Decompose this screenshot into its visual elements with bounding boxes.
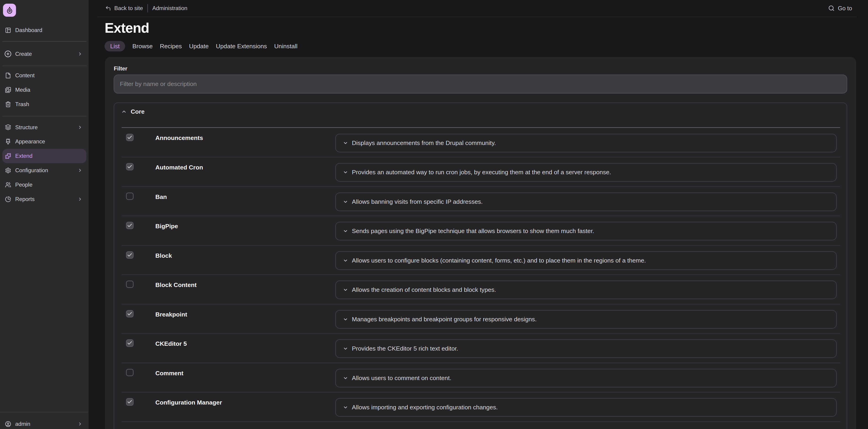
module-name: Block [155,252,172,259]
tab-browse[interactable]: Browse [132,41,153,52]
module-name: Automated Cron [155,164,203,171]
create-icon [4,50,11,57]
tab-update-extensions[interactable]: Update Extensions [216,41,267,52]
module-name: BigPipe [155,223,178,230]
sidebar-item-label: Media [15,87,30,93]
sidebar-item-trash[interactable]: Trash [2,97,87,112]
module-description-toggle[interactable]: Provides the CKEditor 5 rich text editor… [335,339,837,358]
breadcrumb-separator [147,4,148,12]
module-description-toggle[interactable]: Provides an automated way to run cron jo… [335,163,837,182]
module-description: Allows the creation of content blocks an… [352,286,496,294]
module-row: CommentAllows users to comment on conten… [122,363,840,393]
module-checkbox[interactable] [126,398,133,405]
back-arrow-icon [105,5,111,11]
module-row: BanAllows banning visits from specific I… [122,187,840,216]
sidebar-item-reports[interactable]: Reports [2,192,87,207]
chevron-down-icon [343,228,348,234]
sidebar-item-label: Content [15,72,35,79]
sidebar-item-label: Reports [15,196,35,203]
appearance-icon [5,139,11,145]
drupal-extend-page: DashboardCreateContentMediaTrashStructur… [0,0,868,429]
drupal-logo-icon [6,6,13,14]
module-description: Manages breakpoints and breakpoint group… [352,316,537,323]
module-description-toggle[interactable]: Allows banning visits from specific IP a… [335,192,837,211]
module-description-toggle[interactable]: Sends pages using the BigPipe technique … [335,222,837,240]
module-checkbox[interactable] [126,192,133,200]
user-icon [5,421,11,427]
goto-button[interactable]: Go to [828,0,852,17]
back-to-site-link[interactable]: Back to site [114,5,143,11]
modules-panel: Filter Core AnnouncementsDisplays announ… [105,57,856,429]
module-checkbox[interactable] [126,251,133,258]
module-description: Displays announcements from the Drupal c… [352,140,496,147]
goto-label: Go to [838,5,852,12]
configuration-icon [5,167,11,174]
chevron-down-icon [343,346,348,351]
sidebar-item-structure[interactable]: Structure [2,120,87,134]
module-name: CKEditor 5 [155,340,187,347]
module-description-toggle[interactable]: Allows users to comment on content. [335,369,837,388]
sidebar-item-content[interactable]: Content [2,68,87,83]
chevron-right-icon [78,422,83,427]
sidebar-item-label: Appearance [15,139,45,145]
module-description-toggle[interactable]: Allows the creation of content blocks an… [335,281,837,299]
tab-recipes[interactable]: Recipes [160,41,182,52]
module-name: Block Content [155,281,196,288]
extend-icon [5,153,11,159]
module-row: Block ContentAllows the creation of cont… [122,275,840,304]
module-checkbox[interactable] [126,339,133,347]
sidebar-nav: DashboardCreateContentMediaTrashStructur… [0,17,89,207]
core-section: Core AnnouncementsDisplays announcements… [114,102,847,429]
module-checkbox[interactable] [126,222,133,229]
sidebar-item-media[interactable]: Media [2,83,87,97]
sidebar-item-appearance[interactable]: Appearance [2,134,87,149]
sidebar-item-people[interactable]: People [2,178,87,192]
sidebar-footer-divider [0,412,89,412]
sidebar-item-dashboard[interactable]: Dashboard [2,23,87,37]
sidebar-item-label: Extend [15,153,32,159]
chevron-right-icon [78,52,83,57]
sidebar-item-label: People [15,182,32,188]
sidebar-item-admin[interactable]: admin [2,417,87,429]
tabs: ListBrowseRecipesUpdateUpdate Extensions… [104,41,297,52]
module-description: Provides an automated way to run cron jo… [352,169,611,176]
sidebar-item-extend[interactable]: Extend [2,149,87,163]
module-description-toggle[interactable]: Displays announcements from the Drupal c… [335,134,837,152]
chevron-right-icon [78,125,83,130]
module-checkbox[interactable] [126,281,133,288]
module-rows: AnnouncementsDisplays announcements from… [122,128,840,422]
module-checkbox[interactable] [126,369,133,376]
dashboard-icon [5,27,11,33]
core-section-toggle[interactable]: Core [121,108,145,115]
module-row: BigPipeSends pages using the BigPipe tec… [122,216,840,246]
search-icon [828,5,835,11]
drupal-logo[interactable] [3,4,16,17]
people-icon [5,182,11,188]
tab-update[interactable]: Update [189,41,209,52]
page-title: Extend [104,20,149,37]
sidebar-item-configuration[interactable]: Configuration [2,163,87,178]
administration-link[interactable]: Administration [152,5,187,11]
module-description: Allows users to configure blocks (contai… [352,257,646,264]
sidebar-user-label: admin [15,421,30,427]
module-checkbox[interactable] [126,310,133,317]
sidebar-footer: admin [0,412,89,429]
module-checkbox[interactable] [126,134,133,141]
filter-label: Filter [114,65,127,72]
module-row: Automated CronProvides an automated way … [122,157,840,187]
module-description-toggle[interactable]: Allows importing and exporting configura… [335,398,837,417]
sidebar-item-create[interactable]: Create [2,47,87,61]
chevron-right-icon [78,197,83,202]
chevron-down-icon [343,287,348,293]
tab-uninstall[interactable]: Uninstall [274,41,298,52]
module-row: CKEditor 5Provides the CKEditor 5 rich t… [122,334,840,363]
chevron-right-icon [78,168,83,173]
module-name: Breakpoint [155,311,187,318]
module-description-toggle[interactable]: Manages breakpoints and breakpoint group… [335,310,837,329]
topbar-divider [97,17,857,17]
sidebar-item-label: Dashboard [15,27,42,33]
tab-list[interactable]: List [104,41,125,52]
filter-input[interactable] [114,74,847,94]
module-description-toggle[interactable]: Allows users to configure blocks (contai… [335,251,837,270]
module-checkbox[interactable] [126,163,133,171]
